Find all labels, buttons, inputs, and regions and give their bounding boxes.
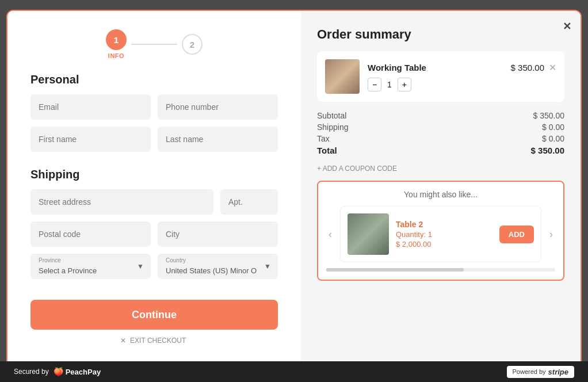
street-input[interactable]: [30, 189, 213, 215]
email-input[interactable]: [30, 94, 151, 120]
reco-title: You might also like...: [326, 190, 555, 199]
step-line: [131, 44, 177, 45]
continue-button[interactable]: Continue: [30, 300, 278, 330]
powered-label: Powered by: [513, 368, 546, 375]
country-wrapper: Country United States (US) Minor O ▼: [158, 254, 278, 279]
step2-number: 2: [190, 40, 194, 49]
qty-decrease-button[interactable]: −: [368, 78, 381, 91]
step2-circle: 2: [182, 34, 203, 55]
step1-number: 1: [114, 35, 119, 45]
footer-left: Secured by 🍑 PeachPay: [14, 367, 101, 376]
reco-product-qty: Quantity: 1: [396, 230, 492, 239]
exit-label: EXIT CHECKOUT: [130, 337, 186, 345]
reco-scrollbar: [326, 268, 555, 272]
reco-product-price: $ 2,000.00: [396, 240, 492, 249]
email-phone-row: [30, 94, 278, 120]
country-label: Country: [166, 257, 186, 263]
stripe-label: stripe: [548, 368, 568, 376]
shipping-title: Shipping: [30, 168, 278, 181]
qty-value: 1: [387, 80, 392, 89]
tax-row: Tax $ 0.00: [317, 134, 564, 143]
totals: Subtotal $ 350.00 Shipping $ 0.00 Tax $ …: [317, 111, 564, 158]
reco-info: Table 2 Quantity: 1 $ 2,000.00: [396, 220, 492, 249]
total-value: $ 350.00: [531, 146, 564, 155]
phone-input[interactable]: [158, 94, 278, 120]
personal-title: Personal: [30, 73, 278, 86]
step1-wrapper: 1 INFO: [106, 29, 127, 59]
total-row: Total $ 350.00: [317, 146, 564, 155]
recommendations-box: You might also like... ‹ Table 2 Quantit…: [317, 181, 564, 281]
reco-card: Table 2 Quantity: 1 $ 2,000.00 ADD: [340, 206, 541, 262]
reco-product-name: Table 2: [396, 220, 492, 229]
left-panel: 1 INFO 2 Personal: [7, 11, 301, 371]
postal-city-row: [30, 221, 278, 247]
firstname-input[interactable]: [30, 127, 151, 152]
province-label: Province: [39, 257, 61, 263]
reco-prev-button[interactable]: ‹: [326, 226, 334, 243]
product-name: Working Table: [368, 63, 511, 72]
peachpay-logo: 🍑 PeachPay: [54, 367, 101, 376]
order-summary-title: Order summary: [317, 27, 564, 42]
secured-label: Secured by: [14, 368, 49, 376]
product-image: [325, 59, 360, 94]
apt-input[interactable]: [220, 189, 278, 215]
peachpay-icon: 🍑: [54, 367, 63, 376]
reco-slider: ‹ Table 2 Quantity: 1 $ 2,000.00 ADD ›: [326, 206, 555, 262]
close-button[interactable]: ✕: [563, 20, 571, 33]
postal-input[interactable]: [30, 221, 151, 247]
name-row: [30, 127, 278, 152]
qty-increase-button[interactable]: +: [398, 78, 411, 91]
product-price: $ 350.00: [511, 63, 544, 72]
step1-label: INFO: [108, 52, 124, 59]
reco-add-button[interactable]: ADD: [499, 226, 534, 243]
product-image-inner: [325, 59, 360, 94]
reco-next-button[interactable]: ›: [547, 226, 555, 243]
step2-wrapper: 2: [182, 34, 203, 55]
modal: 1 INFO 2 Personal: [6, 10, 582, 372]
product-details: Working Table $ 350.00 ✕ − 1 +: [368, 62, 556, 91]
qty-stepper: − 1 +: [368, 78, 556, 91]
shipping-section: Shipping Province Select a Province: [30, 168, 278, 286]
subtotal-value: $ 350.00: [533, 111, 565, 120]
shipping-row: Shipping $ 0.00: [317, 123, 564, 132]
subtotal-row: Subtotal $ 350.00: [317, 111, 564, 120]
step1-circle: 1: [106, 29, 127, 50]
lastname-input[interactable]: [158, 127, 278, 152]
subtotal-label: Subtotal: [317, 111, 346, 120]
shipping-value: $ 0.00: [542, 123, 564, 132]
right-panel: ✕ Order summary Working Table $ 350.00 ✕…: [301, 11, 581, 371]
coupon-link[interactable]: + ADD A COUPON CODE: [317, 165, 564, 173]
total-label: Total: [317, 146, 337, 155]
remove-product-button[interactable]: ✕: [549, 62, 556, 73]
powered-by-stripe: Powered by stripe: [507, 366, 575, 378]
province-country-row: Province Select a Province ▼ Country Uni…: [30, 254, 278, 279]
province-wrapper: Province Select a Province ▼: [30, 254, 151, 279]
tax-value: $ 0.00: [542, 134, 564, 143]
shipping-label: Shipping: [317, 123, 349, 132]
exit-checkout[interactable]: ✕ EXIT CHECKOUT: [30, 337, 278, 345]
stepper: 1 INFO 2: [30, 29, 278, 59]
exit-icon: ✕: [120, 337, 126, 345]
modal-footer: Secured by 🍑 PeachPay Powered by stripe: [0, 361, 588, 382]
brand-name: PeachPay: [66, 368, 101, 376]
tax-label: Tax: [317, 134, 330, 143]
product-card: Working Table $ 350.00 ✕ − 1 +: [317, 51, 564, 102]
street-row: [30, 189, 278, 215]
city-input[interactable]: [158, 221, 278, 247]
overlay: 1 INFO 2 Personal: [0, 0, 588, 382]
reco-product-image: [348, 213, 389, 255]
reco-scrollbar-thumb: [326, 268, 464, 272]
